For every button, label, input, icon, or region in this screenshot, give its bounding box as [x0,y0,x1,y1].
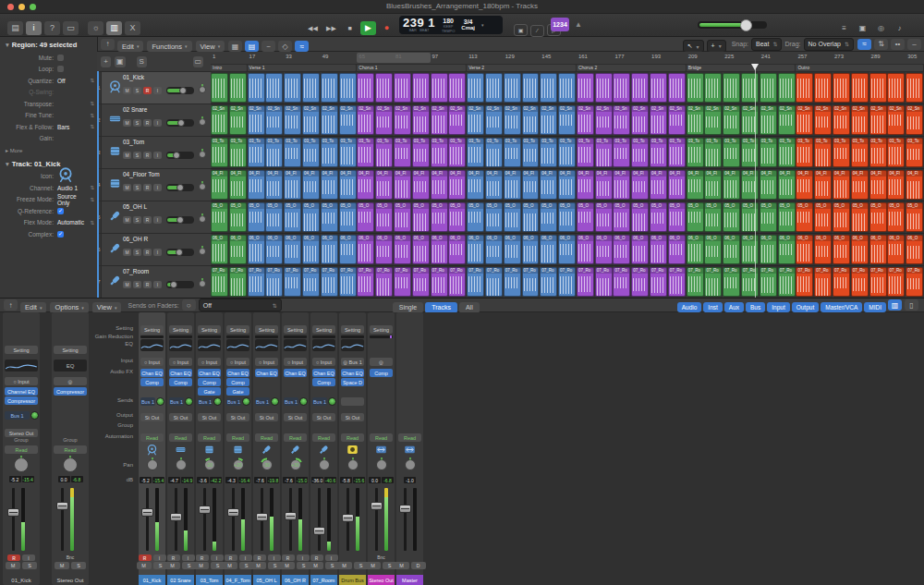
input-monitor-button[interactable]: I [22,555,35,561]
record-enable-button[interactable]: R [225,555,237,561]
region[interactable]: 03_To [467,138,484,167]
zoom-slider[interactable]: – [907,39,921,50]
region[interactable]: 04_Fl [613,170,630,200]
eq-display[interactable] [341,339,364,351]
channel-name[interactable]: 05_OH L [253,575,280,585]
region[interactable]: 06_O [869,235,887,264]
region[interactable]: 04_Fl [339,170,357,200]
region[interactable]: 03_To [814,138,832,167]
region[interactable]: 07_Ro [448,267,466,297]
toolbar-icon[interactable]: ▭ [63,21,79,35]
send-slot[interactable]: Bus 1 [284,397,298,406]
region[interactable]: 06_O [504,235,521,264]
audio-fx-slot[interactable]: Space D [341,378,364,386]
fader-track[interactable] [232,488,235,551]
region[interactable]: 05_O [741,202,759,232]
mute-button[interactable]: M [366,562,381,569]
region[interactable]: 06_O [375,235,393,264]
region[interactable] [485,73,503,103]
marker-verse-2[interactable]: Verse 2 [467,65,576,71]
input-monitor-button[interactable]: I [153,87,162,94]
input-slot[interactable]: ◎ [54,377,87,385]
region[interactable]: 02_Sn [467,105,484,135]
mute-button[interactable]: M [55,562,69,569]
record-enable-button[interactable]: R [143,249,152,256]
wide-channel-view-icon[interactable]: ▯ [905,299,918,311]
output-slot[interactable]: St Out [226,413,249,421]
region[interactable]: 02_Sn [558,105,576,135]
region[interactable] [284,73,301,103]
marker-strip[interactable]: IntroVerse 1Chorus 1Verse 2Chorus 2Bridg… [211,64,924,72]
eq-display[interactable] [312,339,335,351]
region[interactable]: 02_Sn [540,105,557,135]
input-monitor-button[interactable]: I [153,184,162,191]
pan-knob[interactable] [197,244,208,261]
region[interactable]: 05_O [558,202,576,232]
fader-cap[interactable] [313,527,325,535]
region[interactable]: 06_O [595,235,613,264]
region[interactable]: 05_O [851,202,869,232]
region[interactable]: 02_Sn [869,105,887,135]
list-editors-icon[interactable]: ≡ [836,21,852,35]
region[interactable]: 07_Ro [485,267,503,297]
audio-fx-slot[interactable]: Chan EQ [312,369,335,377]
region[interactable]: 05_O [540,202,557,232]
channel-strip[interactable]: SettingEQ◎ CompressorRead0.0-6.8BncMSSte… [52,312,89,585]
input-monitor-button[interactable]: I [211,555,224,561]
region[interactable]: 02_Sn [704,105,722,135]
record-enable-button[interactable]: R [143,87,152,94]
region[interactable] [321,73,338,103]
mixer-menu-edit[interactable]: Edit▾ [20,302,46,313]
pan-knob[interactable] [197,115,208,131]
region[interactable]: 04_Fl [796,170,813,200]
editors-icon[interactable]: X [125,21,140,35]
audio-fx-slot[interactable]: Comp [198,378,221,386]
setting-button[interactable]: Setting [370,325,393,334]
region[interactable]: 03_To [704,138,722,167]
fader-track[interactable] [12,488,15,551]
duplicate-track-button[interactable]: ▣ [115,56,125,67]
region[interactable] [687,73,704,103]
region[interactable]: 04_Fl [687,170,704,200]
metronome-icon[interactable]: ▲ [575,20,582,29]
track-row[interactable]: 202 SnareMSRI [97,104,211,137]
track-name[interactable]: 05_OH L [123,203,208,210]
filter-mastervca[interactable]: Master/VCA [821,302,862,312]
region[interactable]: 06_O [211,235,228,264]
solo-button[interactable]: S [133,119,141,127]
region[interactable]: 02_Sn [302,105,320,135]
fader-cap[interactable] [399,505,411,513]
region[interactable]: 06_O [778,235,796,264]
setting-button[interactable]: Setting [226,325,249,334]
region[interactable]: 03_To [687,138,704,167]
region[interactable]: 02_Sn [887,105,905,135]
region[interactable]: 02_Sn [906,105,923,135]
automation-mode[interactable]: Read [5,445,38,454]
narrow-channel-view-icon[interactable]: ▥ [888,299,902,311]
fader-cap[interactable] [371,502,383,510]
automation-mode[interactable]: Read [370,433,393,442]
stepper-icon[interactable]: ⇅ [90,78,94,83]
region[interactable]: 02_Sn [394,105,411,135]
region[interactable]: 05_O [704,202,722,232]
region[interactable]: 07_Ro [229,267,247,297]
eq-display[interactable] [284,339,307,351]
marker-chorus-1[interactable]: Chorus 1 [357,65,466,71]
input-monitor-button[interactable]: I [153,216,162,224]
count-in-badge[interactable]: 1234 [551,18,569,31]
record-enable-button[interactable]: R [143,281,152,288]
browsers-icon[interactable]: ◎ [873,21,889,35]
fader-track[interactable] [404,488,407,551]
filter-input[interactable]: Input [767,302,789,312]
region[interactable]: 06_O [540,235,557,264]
region[interactable]: 04_Fl [558,170,576,200]
mute-button[interactable]: M [6,562,20,569]
audio-fx-slot[interactable]: Chan EQ [341,369,364,377]
send-slot[interactable]: Bus 1 [140,397,155,406]
send-knob[interactable] [213,397,222,406]
arrange-area[interactable]: 1173349658197113129145161177193209225241… [211,52,924,298]
mute-button[interactable]: M [251,562,266,569]
region[interactable]: 07_Ro [613,267,630,297]
input-slot[interactable]: ○ Input [169,358,192,366]
mute-button[interactable]: M [123,281,131,288]
